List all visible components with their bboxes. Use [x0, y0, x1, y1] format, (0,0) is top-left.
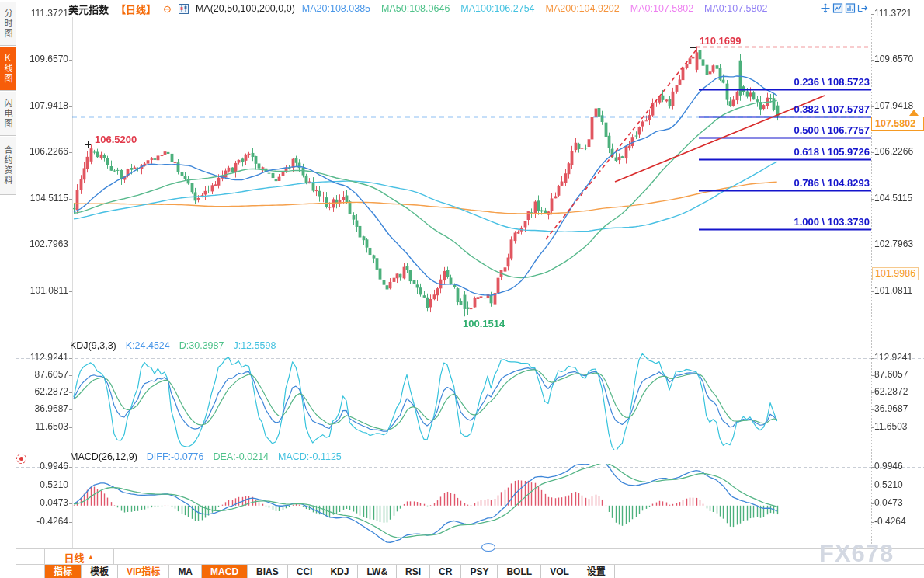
kdj-value-2: D:30.3987 [179, 340, 224, 351]
toolbar-tab-RSI[interactable]: RSI [397, 565, 430, 578]
toolbar-tab-BIAS[interactable]: BIAS [248, 565, 288, 578]
macd-header: MACD(26,12,9)DIFF:-0.0776DEA:-0.0214MACD… [70, 451, 342, 462]
price-up-arrow-icon [909, 110, 919, 116]
candlestick-indicator-icon [179, 4, 189, 14]
ma-legend-item-4: MA200:104.9202 [546, 3, 620, 14]
date-axis: 日线 ▲ [16, 548, 924, 565]
toolbar-tab-LW&[interactable]: LW& [358, 565, 397, 578]
macd-value-3: MACD:-0.1125 [278, 451, 342, 462]
chevron-up-icon: ▲ [88, 553, 95, 561]
ma-legend-item-5: MA0:107.5802 [630, 3, 693, 14]
period-selector-label: 日线 [64, 550, 85, 565]
toolbar-tab-MA[interactable]: MA [169, 565, 202, 578]
line-chart-icon[interactable] [832, 2, 843, 16]
kdj-value-3: J:12.5598 [233, 340, 276, 351]
kdj-value-1: K:24.4524 [126, 340, 170, 351]
chart-header: 美元指数 【日线】 ⊖ MA(20,50,100,200,0,0) MA20:1… [68, 0, 767, 17]
sidebar-item-4[interactable]: 合约资料 [0, 137, 16, 195]
toolbar-tab-指标[interactable]: 指标 [45, 565, 82, 578]
toolbar-tab-VOL[interactable]: VOL [541, 565, 578, 578]
macd-value-1: DIFF:-0.0776 [147, 451, 204, 462]
bar-chart-icon[interactable] [845, 2, 856, 16]
toolbar-tab-KDJ[interactable]: KDJ [321, 565, 358, 578]
ma-legend: MA20:108.0385MA50:108.0646MA100:106.2754… [302, 3, 768, 14]
ma-legend-item-6: MA0:107.5802 [704, 3, 767, 14]
window-icons [820, 2, 868, 16]
macd-value-2: DEA:-0.0214 [213, 451, 269, 462]
chart-canvas[interactable] [0, 0, 924, 578]
toolbar-spacer [16, 565, 45, 578]
kdj-title: KDJ(9,3,3) [70, 340, 116, 351]
low-annotation: 100.1514 [463, 318, 505, 329]
sidebar-item-2[interactable]: K线图 [0, 47, 16, 91]
kdj-header: KDJ(9,3,3)K:24.4524D:30.3987J:12.5598 [70, 340, 276, 351]
high-annotation: 110.1699 [700, 35, 742, 47]
ma-legend-item-1: MA20:108.0385 [302, 3, 370, 14]
trading-app: 分时图K线图闪电图合约资料 美元指数 【日线】 ⊖ MA(20,50,100,2… [0, 0, 924, 578]
sidebar-item-1[interactable]: 分时图 [0, 2, 16, 46]
current-price-tag: 107.5802 [871, 117, 924, 131]
pan-icon[interactable] [820, 2, 831, 16]
ma-legend-item-2: MA50:108.0646 [381, 3, 450, 14]
scroll-handle[interactable] [481, 543, 495, 552]
period-tag[interactable]: 【日线】 [116, 2, 156, 16]
macd-settings-icon[interactable] [16, 454, 26, 464]
toolbar-tab-设置[interactable]: 设置 [578, 565, 615, 578]
sidebar: 分时图K线图闪电图合约资料 [0, 0, 16, 578]
indicator-toolbar: 指标模板VIP指标MAMACDBIASCCIKDJLW&RSICRPSYBOLL… [16, 564, 924, 578]
sidebar-item-3[interactable]: 闪电图 [0, 92, 16, 136]
side-price-label: 101.9986 [872, 267, 919, 280]
early-high-annotation: 106.5200 [95, 134, 137, 145]
toolbar-tab-BOLL[interactable]: BOLL [498, 565, 541, 578]
macd-title: MACD(26,12,9) [70, 451, 137, 462]
ma-legend-item-3: MA100:106.2754 [460, 3, 534, 14]
pop-out-icon[interactable] [857, 2, 868, 16]
symbol-title: 美元指数 [68, 2, 109, 16]
ma-settings-label: MA(20,50,100,200,0,0) [196, 3, 295, 14]
toolbar-tab-CCI[interactable]: CCI [288, 565, 322, 578]
toolbar-tab-VIP指标[interactable]: VIP指标 [118, 565, 169, 578]
period-selector[interactable]: 日线 ▲ [44, 549, 114, 565]
toolbar-tab-MACD[interactable]: MACD [202, 565, 248, 578]
collapse-icon[interactable]: ⊖ [163, 3, 172, 15]
toolbar-tab-模板[interactable]: 模板 [82, 565, 118, 578]
toolbar-tab-PSY[interactable]: PSY [461, 565, 498, 578]
toolbar-tab-CR[interactable]: CR [430, 565, 461, 578]
